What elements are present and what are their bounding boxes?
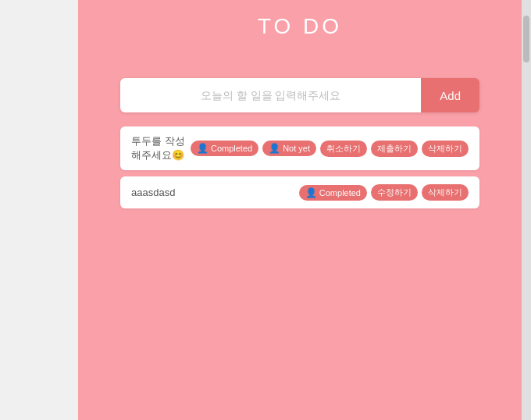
status-badge-completed: 👤 Completed [191, 141, 258, 156]
status-badge-icon: 👤 [305, 187, 317, 198]
delete-button[interactable]: 삭제하기 [422, 184, 469, 201]
todo-item-actions: 👤 Completed 👤 Not yet 취소하기 제출하기 삭제하기 [191, 141, 469, 157]
notyet-badge-icon: 👤 [269, 143, 280, 154]
left-panel [0, 0, 78, 420]
input-row: Add [120, 78, 479, 112]
todo-item-text: 투두를 작성해주세요😊 [131, 134, 191, 162]
todo-item-text: aaasdasd [131, 187, 299, 198]
main-content: TO DO Add 투두를 작성해주세요😊 👤 Completed 👤 Not … [78, 0, 522, 420]
edit-button[interactable]: 수정하기 [371, 184, 418, 201]
status-badge-icon: 👤 [197, 143, 208, 154]
status-badge-notyet: 👤 Not yet [262, 141, 316, 156]
submit-button[interactable]: 제출하기 [371, 141, 418, 157]
add-button[interactable]: Add [421, 78, 479, 112]
cancel-button[interactable]: 취소하기 [320, 141, 367, 157]
scrollbar-thumb[interactable] [523, 16, 529, 62]
todo-item: 투두를 작성해주세요😊 👤 Completed 👤 Not yet 취소하기 제… [120, 126, 479, 170]
todo-item: aaasdasd 👤 Completed 수정하기 삭제하기 [120, 176, 479, 208]
todo-list: 투두를 작성해주세요😊 👤 Completed 👤 Not yet 취소하기 제… [120, 126, 479, 208]
todo-input[interactable] [120, 78, 421, 112]
todo-item-actions: 👤 Completed 수정하기 삭제하기 [299, 184, 469, 201]
delete-button[interactable]: 삭제하기 [422, 141, 469, 157]
page-title: TO DO [258, 14, 342, 39]
scrollbar[interactable] [522, 0, 531, 420]
status-badge-completed: 👤 Completed [299, 185, 367, 201]
